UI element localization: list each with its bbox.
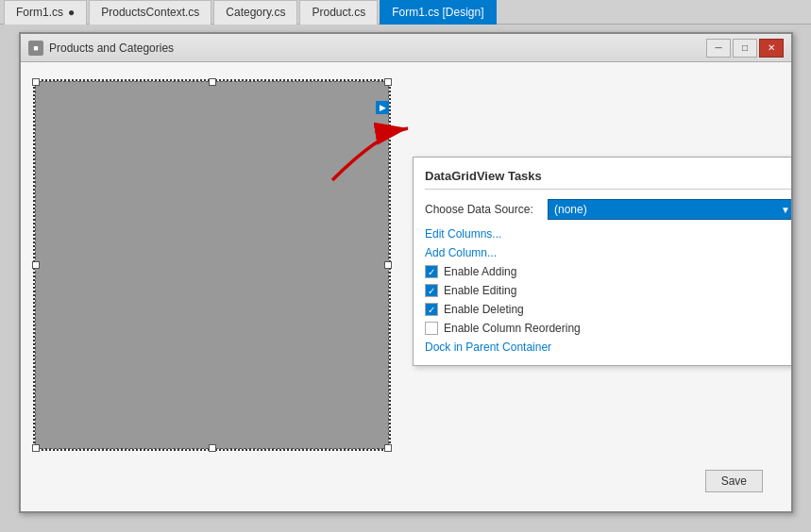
save-button[interactable]: Save [705, 470, 763, 492]
maximize-button[interactable]: □ [733, 39, 757, 58]
enable-column-reordering-label: Enable Column Reordering [444, 322, 581, 335]
data-source-dropdown-arrow: ▼ [781, 205, 790, 215]
enable-column-reordering-row: Enable Column Reordering [425, 322, 791, 335]
data-source-select[interactable]: (none) ▼ [548, 199, 791, 220]
handle-bc [209, 444, 216, 452]
tab-productscontext-label: ProductsContext.cs [101, 6, 199, 19]
form-window: ■ Products and Categories ─ □ ✕ [19, 32, 793, 513]
tab-product-label: Product.cs [312, 6, 365, 19]
form-title-buttons: ─ □ ✕ [706, 39, 784, 58]
tab-category-label: Category.cs [226, 6, 285, 19]
red-arrow-indicator [323, 114, 417, 190]
tasks-panel: DataGridView Tasks Choose Data Source: (… [413, 157, 791, 366]
smart-tag-button[interactable]: ▶ [376, 101, 389, 114]
form-body: ▶ DataGridView Tasks Choose Data Source: [21, 62, 791, 511]
data-source-value: (none) [554, 203, 587, 216]
enable-adding-checkbox[interactable]: ✓ [425, 265, 438, 278]
handle-tr [384, 78, 392, 86]
tasks-panel-title: DataGridView Tasks [425, 169, 791, 190]
enable-deleting-label: Enable Deleting [444, 303, 524, 316]
edit-columns-link[interactable]: Edit Columns... [425, 227, 791, 241]
handle-ml [32, 261, 40, 269]
tab-form1cs-label: Form1.cs [16, 6, 63, 19]
form-title-text: Products and Categories [49, 42, 701, 55]
tab-product[interactable]: Product.cs [299, 0, 378, 25]
enable-deleting-checkbox[interactable]: ✓ [425, 303, 438, 316]
main-area: ■ Products and Categories ─ □ ✕ [0, 25, 811, 532]
enable-editing-checkmark: ✓ [428, 286, 435, 296]
tab-category[interactable]: Category.cs [213, 0, 297, 25]
tab-productscontext[interactable]: ProductsContext.cs [89, 0, 211, 25]
handle-bl [32, 444, 40, 452]
handle-tc [209, 78, 216, 86]
tab-form1design-label: Form1.cs [Design] [392, 6, 483, 19]
enable-deleting-checkmark: ✓ [428, 305, 435, 315]
enable-adding-row: ✓ Enable Adding [425, 265, 791, 278]
enable-column-reordering-checkbox[interactable] [425, 322, 438, 335]
data-source-label: Choose Data Source: [425, 203, 548, 216]
enable-editing-checkbox[interactable]: ✓ [425, 284, 438, 297]
form-titlebar: ■ Products and Categories ─ □ ✕ [21, 34, 791, 62]
minimize-button[interactable]: ─ [706, 39, 731, 58]
enable-editing-label: Enable Editing [444, 284, 516, 297]
data-source-row: Choose Data Source: (none) ▼ [425, 199, 791, 220]
handle-tl [32, 78, 40, 86]
close-button[interactable]: ✕ [759, 39, 784, 58]
tab-form1design[interactable]: Form1.cs [Design] [380, 0, 496, 25]
handle-mr [384, 261, 392, 269]
form-title-icon: ■ [28, 41, 43, 56]
enable-adding-checkmark: ✓ [428, 267, 435, 277]
save-area: Save [705, 470, 763, 492]
tab-form1cs-modified: ● [68, 6, 75, 19]
enable-adding-label: Enable Adding [444, 265, 516, 278]
tab-form1cs[interactable]: Form1.cs ● [4, 0, 87, 25]
enable-editing-row: ✓ Enable Editing [425, 284, 791, 297]
enable-deleting-row: ✓ Enable Deleting [425, 303, 791, 316]
handle-br [384, 444, 392, 452]
tab-bar: Form1.cs ● ProductsContext.cs Category.c… [0, 0, 811, 25]
dock-in-parent-link[interactable]: Dock in Parent Container [425, 341, 791, 354]
add-column-link[interactable]: Add Column... [425, 246, 791, 259]
